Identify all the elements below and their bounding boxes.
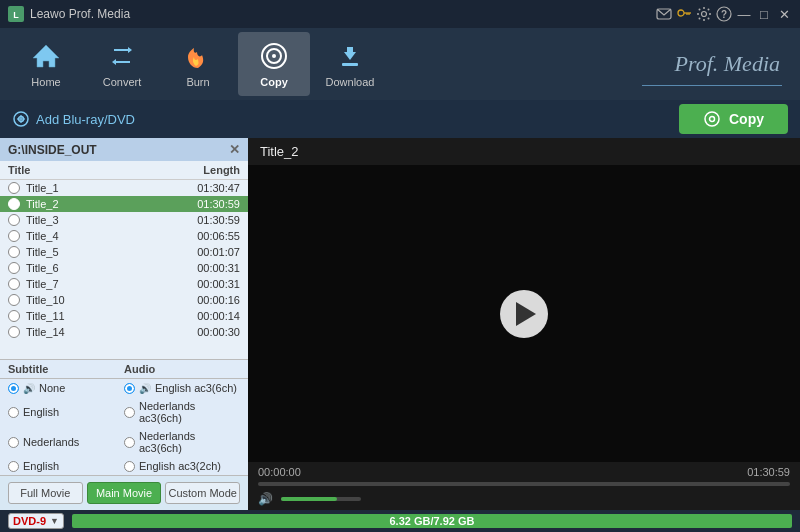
title-radio[interactable]	[8, 182, 20, 194]
video-progress-bar[interactable]	[258, 482, 790, 486]
nav-convert-label: Convert	[103, 76, 142, 88]
nav-home[interactable]: Home	[10, 32, 82, 96]
subtitle-radio[interactable]	[8, 437, 19, 448]
help-icon[interactable]: ?	[716, 6, 732, 22]
svg-point-9	[703, 19, 705, 21]
title-list-item[interactable]: Title_6 00:00:31	[0, 260, 248, 276]
audio-radio[interactable]	[124, 407, 135, 418]
close-button[interactable]: ✕	[776, 6, 792, 22]
subtitle-radio[interactable]	[8, 461, 19, 472]
title-bar: L Leawo Prof. Media	[0, 0, 800, 28]
audio-option[interactable]: Nederlands ac3(6ch)	[124, 430, 240, 454]
nav-convert[interactable]: Convert	[86, 32, 158, 96]
audio-label: Nederlands ac3(6ch)	[139, 430, 240, 454]
nav-copy-label: Copy	[260, 76, 288, 88]
audio-header: Audio	[124, 363, 240, 375]
title-name: Title_1	[26, 182, 180, 194]
add-bluray-dvd-button[interactable]: Add Blu-ray/DVD	[12, 110, 135, 128]
title-list-item[interactable]: Title_5 00:01:07	[0, 244, 248, 260]
nav-home-label: Home	[31, 76, 60, 88]
audio-radio[interactable]	[124, 383, 135, 394]
subtitle-option[interactable]: English	[8, 400, 124, 424]
audio-option[interactable]: 🔊 English ac3(6ch)	[124, 382, 240, 394]
subtitle-radio[interactable]	[8, 407, 19, 418]
mode-button[interactable]: Main Movie	[87, 482, 162, 504]
title-list-item[interactable]: Title_14 00:00:30	[0, 324, 248, 340]
title-name: Title_3	[26, 214, 180, 226]
audio-label: English ac3(2ch)	[139, 460, 221, 472]
time-bar: 00:00:00 01:30:59	[258, 466, 790, 478]
title-radio[interactable]	[8, 278, 20, 290]
right-panel: Title_2 00:00:00 01:30:59 🔊	[248, 138, 800, 510]
title-length: 00:06:55	[180, 230, 240, 242]
nav-download[interactable]: Download	[314, 32, 386, 96]
title-length: 00:00:31	[180, 278, 240, 290]
add-label: Add Blu-ray/DVD	[36, 112, 135, 127]
audio-radio[interactable]	[124, 461, 135, 472]
left-panel: G:\INSIDE_OUT ✕ Title Length Title_1 01:…	[0, 138, 248, 510]
subtitle-label: None	[39, 382, 65, 394]
title-length: 01:30:47	[180, 182, 240, 194]
title-radio[interactable]	[8, 294, 20, 306]
volume-fill	[281, 497, 337, 501]
title-list-item[interactable]: Title_4 00:06:55	[0, 228, 248, 244]
title-list-item[interactable]: Title_7 00:00:31	[0, 276, 248, 292]
mode-button[interactable]: Full Movie	[8, 482, 83, 504]
title-length: 01:30:59	[180, 198, 240, 210]
message-icon[interactable]	[656, 6, 672, 22]
svg-text:L: L	[13, 10, 19, 20]
mode-button[interactable]: Custom Mode	[165, 482, 240, 504]
time-start: 00:00:00	[258, 466, 301, 478]
nav-burn[interactable]: Burn	[162, 32, 234, 96]
toolbar-strip: Add Blu-ray/DVD Copy	[0, 100, 800, 138]
volume-row: 🔊	[258, 492, 790, 506]
nav-copy[interactable]: Copy	[238, 32, 310, 96]
svg-point-15	[708, 9, 710, 11]
title-radio[interactable]	[8, 230, 20, 242]
audio-option[interactable]: Nederlands ac3(6ch)	[124, 400, 240, 424]
close-disc-button[interactable]: ✕	[229, 142, 240, 157]
svg-marker-25	[344, 47, 356, 60]
audio-label: Nederlands ac3(6ch)	[139, 400, 240, 424]
col-length-header: Length	[170, 164, 240, 176]
mode-buttons: Full MovieMain MovieCustom Mode	[0, 475, 248, 510]
brand-text: Prof. Media	[675, 51, 781, 77]
title-radio[interactable]	[8, 214, 20, 226]
dvd-dropdown-arrow[interactable]: ▼	[50, 516, 59, 526]
title-name: Title_4	[26, 230, 180, 242]
maximize-button[interactable]: □	[756, 6, 772, 22]
subtitle-audio-row: English English ac3(2ch)	[0, 457, 248, 475]
title-radio[interactable]	[8, 310, 20, 322]
subtitle-option[interactable]: English	[8, 460, 124, 472]
title-radio[interactable]	[8, 262, 20, 274]
subtitle-option[interactable]: 🔊 None	[8, 382, 124, 394]
title-radio[interactable]	[8, 198, 20, 210]
minimize-button[interactable]: —	[736, 6, 752, 22]
key-icon[interactable]	[676, 6, 692, 22]
title-list-item[interactable]: Title_10 00:00:16	[0, 292, 248, 308]
svg-point-12	[699, 9, 701, 11]
dvd-type-dropdown[interactable]: DVD-9 ▼	[8, 513, 64, 529]
svg-marker-18	[33, 45, 59, 67]
title-list-item[interactable]: Title_3 01:30:59	[0, 212, 248, 228]
svg-rect-24	[342, 63, 358, 66]
play-button[interactable]	[500, 290, 548, 338]
title-radio[interactable]	[8, 246, 20, 258]
volume-bar[interactable]	[281, 497, 361, 501]
speaker-icon: 🔊	[139, 383, 151, 394]
play-triangle-icon	[516, 302, 536, 326]
title-list-header: Title Length	[0, 161, 248, 180]
title-bar-left: L Leawo Prof. Media	[8, 6, 130, 22]
title-radio[interactable]	[8, 326, 20, 338]
settings-icon[interactable]	[696, 6, 712, 22]
subtitle-radio[interactable]	[8, 383, 19, 394]
audio-radio[interactable]	[124, 437, 135, 448]
audio-option[interactable]: English ac3(2ch)	[124, 460, 240, 472]
title-list-item[interactable]: Title_2 01:30:59	[0, 196, 248, 212]
copy-button-toolbar[interactable]: Copy	[679, 104, 788, 134]
svg-point-13	[708, 18, 710, 20]
title-list-item[interactable]: Title_11 00:00:14	[0, 308, 248, 324]
title-list-item[interactable]: Title_1 01:30:47	[0, 180, 248, 196]
subtitle-option[interactable]: Nederlands	[8, 430, 124, 454]
storage-progress-bar: 6.32 GB/7.92 GB	[72, 514, 792, 528]
